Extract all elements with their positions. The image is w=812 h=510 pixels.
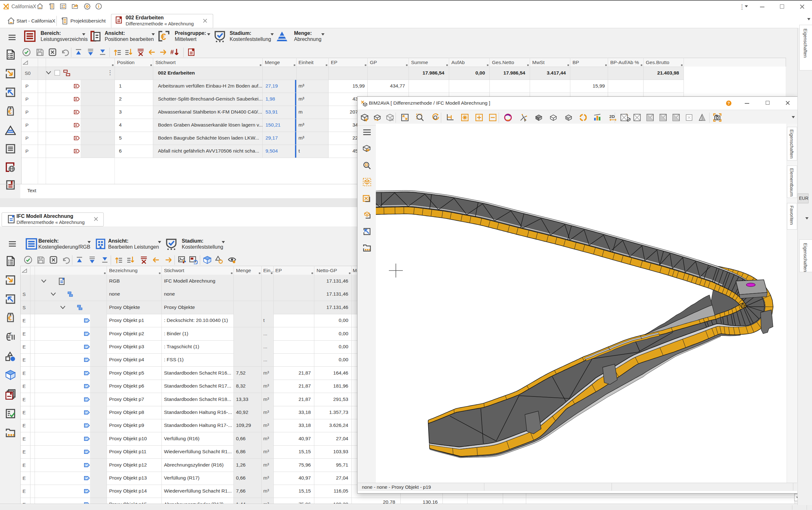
svg-text:€: € [161,32,166,42]
svg-text:2D: 2D [609,114,615,119]
svg-text:€: € [9,331,12,336]
svg-text:?: ? [728,101,730,106]
svg-text:€: € [8,108,12,115]
svg-text:€: € [8,314,12,322]
svg-text:#: # [170,49,174,56]
